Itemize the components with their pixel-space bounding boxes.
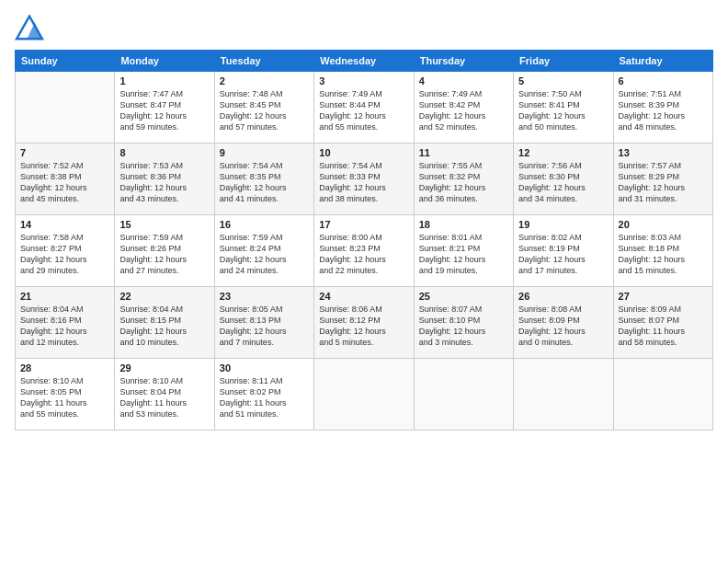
day-info: Sunrise: 7:48 AM Sunset: 8:45 PM Dayligh… — [220, 88, 309, 133]
weekday-header-monday: Monday — [115, 51, 214, 72]
day-number: 4 — [419, 75, 508, 86]
calendar-week-row: 21Sunrise: 8:04 AM Sunset: 8:16 PM Dayli… — [16, 287, 713, 359]
calendar-week-row: 28Sunrise: 8:10 AM Sunset: 8:05 PM Dayli… — [16, 359, 713, 431]
day-info: Sunrise: 7:50 AM Sunset: 8:41 PM Dayligh… — [518, 88, 608, 133]
calendar-cell: 18Sunrise: 8:01 AM Sunset: 8:21 PM Dayli… — [414, 215, 513, 287]
calendar-cell — [514, 359, 613, 431]
day-number: 14 — [20, 219, 109, 230]
day-info: Sunrise: 8:10 AM Sunset: 8:05 PM Dayligh… — [20, 375, 109, 420]
header — [15, 15, 713, 40]
calendar-cell: 19Sunrise: 8:02 AM Sunset: 8:19 PM Dayli… — [514, 215, 613, 287]
calendar-cell: 17Sunrise: 8:00 AM Sunset: 8:23 PM Dayli… — [314, 215, 414, 287]
day-number: 19 — [518, 219, 608, 230]
day-number: 27 — [619, 291, 708, 302]
day-info: Sunrise: 7:54 AM Sunset: 8:35 PM Dayligh… — [220, 160, 309, 205]
day-info: Sunrise: 7:53 AM Sunset: 8:36 PM Dayligh… — [119, 160, 209, 205]
day-info: Sunrise: 7:54 AM Sunset: 8:33 PM Dayligh… — [319, 160, 408, 205]
day-info: Sunrise: 8:04 AM Sunset: 8:15 PM Dayligh… — [119, 304, 209, 349]
calendar-cell: 11Sunrise: 7:55 AM Sunset: 8:32 PM Dayli… — [414, 144, 513, 215]
calendar-cell: 14Sunrise: 7:58 AM Sunset: 8:27 PM Dayli… — [16, 215, 115, 287]
day-info: Sunrise: 8:02 AM Sunset: 8:19 PM Dayligh… — [518, 232, 608, 277]
day-number: 24 — [319, 291, 408, 302]
calendar-cell — [613, 359, 712, 431]
day-number: 26 — [518, 291, 608, 302]
calendar-cell: 4Sunrise: 7:49 AM Sunset: 8:42 PM Daylig… — [414, 72, 513, 144]
day-info: Sunrise: 8:04 AM Sunset: 8:16 PM Dayligh… — [20, 304, 109, 349]
day-number: 1 — [119, 75, 209, 86]
logo — [15, 15, 46, 40]
day-info: Sunrise: 8:01 AM Sunset: 8:21 PM Dayligh… — [419, 232, 508, 277]
calendar-cell: 10Sunrise: 7:54 AM Sunset: 8:33 PM Dayli… — [314, 144, 414, 215]
day-info: Sunrise: 8:05 AM Sunset: 8:13 PM Dayligh… — [220, 304, 309, 349]
day-number: 11 — [419, 147, 508, 158]
day-number: 16 — [220, 219, 309, 230]
calendar-cell: 3Sunrise: 7:49 AM Sunset: 8:44 PM Daylig… — [314, 72, 414, 144]
logo-icon — [15, 15, 44, 40]
calendar-cell: 15Sunrise: 7:59 AM Sunset: 8:26 PM Dayli… — [115, 215, 214, 287]
day-number: 13 — [619, 147, 708, 158]
calendar-cell: 28Sunrise: 8:10 AM Sunset: 8:05 PM Dayli… — [16, 359, 115, 431]
calendar-cell: 5Sunrise: 7:50 AM Sunset: 8:41 PM Daylig… — [514, 72, 613, 144]
day-number: 22 — [119, 291, 209, 302]
day-number: 10 — [319, 147, 408, 158]
day-number: 30 — [220, 362, 309, 373]
calendar-cell: 24Sunrise: 8:06 AM Sunset: 8:12 PM Dayli… — [314, 287, 414, 359]
calendar-cell: 6Sunrise: 7:51 AM Sunset: 8:39 PM Daylig… — [613, 72, 712, 144]
calendar-cell: 25Sunrise: 8:07 AM Sunset: 8:10 PM Dayli… — [414, 287, 513, 359]
day-number: 2 — [220, 75, 309, 86]
day-number: 9 — [220, 147, 309, 158]
day-info: Sunrise: 7:52 AM Sunset: 8:38 PM Dayligh… — [20, 160, 109, 205]
calendar-cell: 27Sunrise: 8:09 AM Sunset: 8:07 PM Dayli… — [613, 287, 712, 359]
calendar-cell: 29Sunrise: 8:10 AM Sunset: 8:04 PM Dayli… — [115, 359, 214, 431]
day-info: Sunrise: 7:59 AM Sunset: 8:26 PM Dayligh… — [119, 232, 209, 277]
day-info: Sunrise: 8:03 AM Sunset: 8:18 PM Dayligh… — [619, 232, 708, 277]
calendar-header-row: SundayMondayTuesdayWednesdayThursdayFrid… — [16, 51, 713, 72]
day-info: Sunrise: 8:00 AM Sunset: 8:23 PM Dayligh… — [319, 232, 408, 277]
day-info: Sunrise: 7:55 AM Sunset: 8:32 PM Dayligh… — [419, 160, 508, 205]
day-number: 8 — [119, 147, 209, 158]
day-info: Sunrise: 7:56 AM Sunset: 8:30 PM Dayligh… — [518, 160, 608, 205]
calendar-cell: 30Sunrise: 8:11 AM Sunset: 8:02 PM Dayli… — [214, 359, 313, 431]
weekday-header-friday: Friday — [514, 51, 613, 72]
calendar-cell: 1Sunrise: 7:47 AM Sunset: 8:47 PM Daylig… — [115, 72, 214, 144]
calendar-cell: 26Sunrise: 8:08 AM Sunset: 8:09 PM Dayli… — [514, 287, 613, 359]
day-info: Sunrise: 7:59 AM Sunset: 8:24 PM Dayligh… — [220, 232, 309, 277]
calendar-cell: 13Sunrise: 7:57 AM Sunset: 8:29 PM Dayli… — [613, 144, 712, 215]
day-number: 5 — [518, 75, 608, 86]
calendar-cell: 20Sunrise: 8:03 AM Sunset: 8:18 PM Dayli… — [613, 215, 712, 287]
day-number: 29 — [119, 362, 209, 373]
weekday-header-tuesday: Tuesday — [214, 51, 313, 72]
day-number: 17 — [319, 219, 408, 230]
day-info: Sunrise: 7:49 AM Sunset: 8:44 PM Dayligh… — [319, 88, 408, 133]
calendar-cell: 8Sunrise: 7:53 AM Sunset: 8:36 PM Daylig… — [115, 144, 214, 215]
calendar-week-row: 1Sunrise: 7:47 AM Sunset: 8:47 PM Daylig… — [16, 72, 713, 144]
weekday-header-wednesday: Wednesday — [314, 51, 414, 72]
day-number: 23 — [220, 291, 309, 302]
day-info: Sunrise: 7:49 AM Sunset: 8:42 PM Dayligh… — [419, 88, 508, 133]
weekday-header-saturday: Saturday — [613, 51, 712, 72]
calendar-week-row: 14Sunrise: 7:58 AM Sunset: 8:27 PM Dayli… — [16, 215, 713, 287]
calendar-table: SundayMondayTuesdayWednesdayThursdayFrid… — [15, 50, 713, 431]
calendar-cell — [414, 359, 513, 431]
calendar-cell — [314, 359, 414, 431]
day-number: 6 — [619, 75, 708, 86]
day-info: Sunrise: 8:07 AM Sunset: 8:10 PM Dayligh… — [419, 304, 508, 349]
day-number: 15 — [119, 219, 209, 230]
day-number: 7 — [20, 147, 109, 158]
day-info: Sunrise: 7:58 AM Sunset: 8:27 PM Dayligh… — [20, 232, 109, 277]
svg-marker-1 — [28, 22, 42, 39]
day-number: 18 — [419, 219, 508, 230]
day-info: Sunrise: 7:51 AM Sunset: 8:39 PM Dayligh… — [619, 88, 708, 133]
day-info: Sunrise: 8:08 AM Sunset: 8:09 PM Dayligh… — [518, 304, 608, 349]
day-number: 20 — [619, 219, 708, 230]
day-info: Sunrise: 8:06 AM Sunset: 8:12 PM Dayligh… — [319, 304, 408, 349]
calendar-cell: 7Sunrise: 7:52 AM Sunset: 8:38 PM Daylig… — [16, 144, 115, 215]
day-number: 28 — [20, 362, 109, 373]
calendar-cell: 22Sunrise: 8:04 AM Sunset: 8:15 PM Dayli… — [115, 287, 214, 359]
calendar-cell: 23Sunrise: 8:05 AM Sunset: 8:13 PM Dayli… — [214, 287, 313, 359]
day-info: Sunrise: 8:11 AM Sunset: 8:02 PM Dayligh… — [220, 375, 309, 420]
calendar-cell — [16, 72, 115, 144]
page: SundayMondayTuesdayWednesdayThursdayFrid… — [0, 0, 728, 563]
day-info: Sunrise: 8:10 AM Sunset: 8:04 PM Dayligh… — [119, 375, 209, 420]
calendar-cell: 9Sunrise: 7:54 AM Sunset: 8:35 PM Daylig… — [214, 144, 313, 215]
